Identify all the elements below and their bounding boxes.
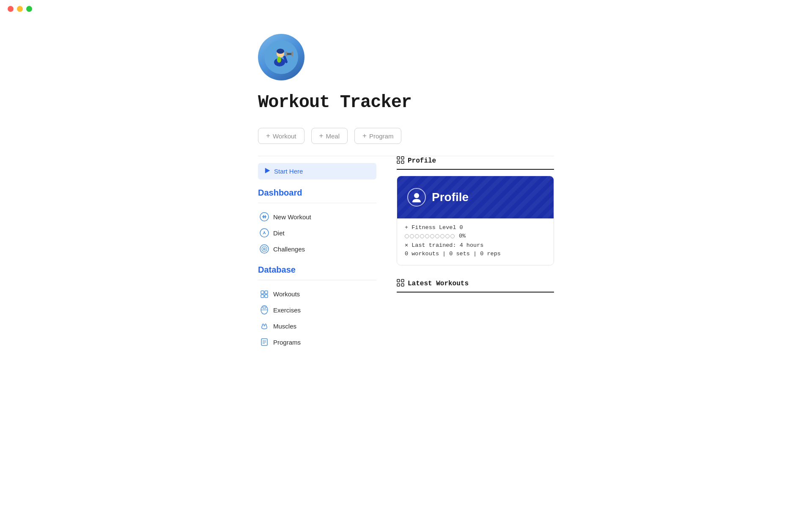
new-workout-label: New Workout <box>273 213 311 221</box>
muscles-db-icon <box>260 321 269 331</box>
nav-item-programs-db[interactable]: Programs <box>258 334 376 350</box>
workout-label: Workout <box>273 133 296 140</box>
svg-rect-37 <box>401 279 404 282</box>
svg-point-3 <box>277 49 284 54</box>
maximize-button[interactable] <box>26 6 32 12</box>
close-button[interactable] <box>8 6 14 12</box>
plus-icon: + <box>319 132 324 140</box>
svg-marker-9 <box>265 168 270 173</box>
svg-point-8 <box>277 57 281 63</box>
workouts-db-icon <box>260 289 269 298</box>
programs-db-icon <box>260 337 269 347</box>
database-heading: Database <box>258 265 376 275</box>
last-trained-label: ✕ Last trained: 4 hours <box>405 241 483 248</box>
meal-label: Meal <box>326 133 340 140</box>
svg-rect-7 <box>291 52 293 56</box>
svg-rect-12 <box>263 215 264 218</box>
program-label: Program <box>369 133 394 140</box>
svg-point-15 <box>264 232 265 233</box>
svg-rect-33 <box>397 161 400 163</box>
svg-point-25 <box>263 307 266 309</box>
dumbbell-icon <box>260 212 269 221</box>
svg-rect-11 <box>262 216 266 217</box>
profile-section-label: Profile <box>408 157 436 165</box>
svg-point-19 <box>264 248 265 249</box>
target-icon <box>260 244 269 254</box>
svg-rect-13 <box>265 215 266 218</box>
add-program-button[interactable]: + Program <box>354 128 401 144</box>
svg-rect-21 <box>265 291 268 294</box>
profile-card-name: Profile <box>432 190 469 204</box>
grid-icon-workouts <box>397 279 404 288</box>
svg-rect-23 <box>265 295 268 298</box>
plus-icon: + <box>362 132 367 140</box>
workouts-db-label: Workouts <box>273 290 300 298</box>
svg-rect-34 <box>401 161 404 163</box>
svg-rect-6 <box>285 52 287 56</box>
nav-item-workouts-db[interactable]: Workouts <box>258 286 376 301</box>
challenges-label: Challenges <box>273 246 305 253</box>
profile-avatar <box>407 188 426 207</box>
start-here-label: Start Here <box>274 168 303 175</box>
add-workout-button[interactable]: + Workout <box>258 128 304 144</box>
diet-label: Diet <box>273 229 285 237</box>
exercises-db-icon <box>260 305 269 315</box>
nav-item-exercises-db[interactable]: Exercises <box>258 302 376 318</box>
add-meal-button[interactable]: + Meal <box>311 128 348 144</box>
quick-actions-bar: + Workout + Meal + Program <box>258 128 554 144</box>
start-here-button[interactable]: Start Here <box>258 163 376 179</box>
dashboard-heading: Dashboard <box>258 188 376 198</box>
svg-rect-22 <box>261 295 264 298</box>
minimize-button[interactable] <box>17 6 23 12</box>
play-icon <box>264 167 271 175</box>
dashboard-divider <box>258 203 376 203</box>
svg-rect-31 <box>397 157 400 159</box>
profile-card-body: + Fitness Level 0 0% ✕ Last trained: 4 h… <box>397 218 554 265</box>
main-content: Workout Tracker + Workout + Meal + Progr… <box>241 0 571 376</box>
title-bar <box>0 0 812 18</box>
exercises-db-label: Exercises <box>273 306 301 314</box>
svg-rect-20 <box>261 291 264 294</box>
svg-rect-38 <box>397 284 400 286</box>
latest-workouts-label: Latest Workouts <box>408 280 469 287</box>
svg-rect-32 <box>401 157 404 159</box>
two-column-layout: Start Here Dashboard New Workout <box>258 156 554 351</box>
profile-card[interactable]: Profile + Fitness Level 0 0% ✕ Last trai… <box>397 176 554 265</box>
profile-section-header: Profile <box>397 156 554 170</box>
workout-stats-label: 0 workouts | 0 sets | 0 reps <box>405 251 501 257</box>
fitness-level-label: + Fitness Level 0 <box>405 224 463 231</box>
last-trained-row: ✕ Last trained: 4 hours <box>405 241 546 248</box>
page-title: Workout Tracker <box>258 92 554 113</box>
fitness-level-row: + Fitness Level 0 <box>405 224 546 231</box>
svg-rect-39 <box>401 284 404 286</box>
right-column: Profile Profile + Fitn <box>397 156 554 293</box>
grid-icon <box>397 156 404 166</box>
nav-item-muscles-db[interactable]: Muscles <box>258 318 376 334</box>
latest-workouts-section-header: Latest Workouts <box>397 279 554 293</box>
progress-percent: 0% <box>459 233 466 239</box>
nav-item-challenges[interactable]: Challenges <box>258 241 376 257</box>
muscles-db-label: Muscles <box>273 323 296 330</box>
hero-icon <box>258 34 304 80</box>
database-divider <box>258 280 376 280</box>
progress-dots <box>405 234 455 238</box>
nav-item-diet[interactable]: Diet <box>258 225 376 240</box>
programs-db-label: Programs <box>273 339 301 346</box>
profile-card-header: Profile <box>397 176 554 218</box>
workout-stats-row: 0 workouts | 0 sets | 0 reps <box>405 251 546 257</box>
left-column: Start Here Dashboard New Workout <box>258 156 376 351</box>
diet-icon <box>260 228 269 237</box>
svg-point-35 <box>414 193 419 198</box>
plus-icon: + <box>266 132 270 140</box>
progress-row: 0% <box>405 233 546 239</box>
nav-item-new-workout[interactable]: New Workout <box>258 209 376 224</box>
svg-rect-36 <box>397 279 400 282</box>
